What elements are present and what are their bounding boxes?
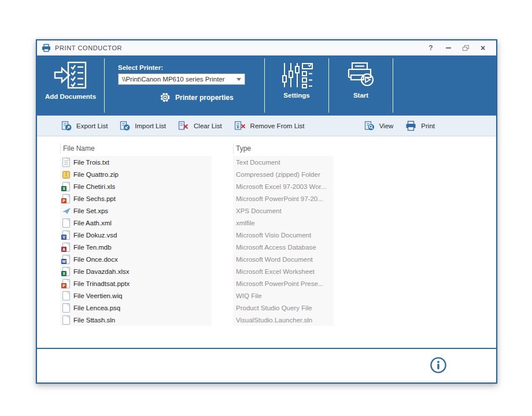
file-row[interactable]: File Set.xps XPS Document <box>60 205 496 217</box>
file-row-name-cell[interactable]: X File Chetiri.xls <box>60 180 212 192</box>
file-type: WIQ File <box>236 292 262 299</box>
settings-button[interactable]: Settings <box>265 55 328 116</box>
column-header-type[interactable]: Type <box>233 143 334 154</box>
document-list: File Name Type File Trois.txt Text Docum… <box>37 136 496 348</box>
file-row[interactable]: File Lencea.psq Product Studio Query Fil… <box>60 302 496 314</box>
file-row[interactable]: V File Dokuz.vsd Microsoft Visio Documen… <box>60 229 496 241</box>
title-bar[interactable]: PRINT CONDUCTOR ? × <box>37 40 496 55</box>
file-icon: P <box>62 279 70 288</box>
file-icon: A <box>62 243 70 252</box>
printer-select[interactable]: \\Print\Canon MP610 series Printer <box>118 73 245 85</box>
file-name: File Trinadtsat.pptx <box>73 280 130 287</box>
remove-from-list-label: Remove From List <box>250 122 305 129</box>
file-row-name-cell[interactable]: File Aath.xml <box>60 217 212 229</box>
file-row[interactable]: X File Davazdah.xlsx Microsoft Excel Wor… <box>60 265 496 277</box>
view-button[interactable]: View <box>364 121 394 131</box>
file-row[interactable]: P File Trinadtsat.pptx Microsoft PowerPo… <box>60 277 496 289</box>
file-row-type-cell[interactable]: Microsoft Access Database <box>233 241 334 253</box>
file-icon: V <box>62 231 70 240</box>
file-name: File Dokuz.vsd <box>73 232 117 239</box>
print-icon <box>405 121 416 131</box>
start-label: Start <box>353 92 368 99</box>
list-header: File Name Type <box>60 141 496 156</box>
file-row-type-cell[interactable]: Microsoft PowerPoint 97-20... <box>233 192 334 205</box>
file-row[interactable]: A File Ten.mdb Microsoft Access Database <box>60 241 496 253</box>
file-name: File Sechs.ppt <box>73 195 116 202</box>
file-row-type-cell[interactable]: xmlfile <box>233 217 334 229</box>
file-icon: W <box>62 255 70 264</box>
export-list-button[interactable]: Export List <box>61 121 108 131</box>
file-row-type-cell[interactable]: Microsoft Word Document <box>233 253 334 265</box>
column-header-file-name[interactable]: File Name <box>60 143 212 154</box>
file-row-name-cell[interactable]: File Quattro.zip <box>60 168 212 180</box>
file-icon <box>62 315 70 325</box>
file-row-name-cell[interactable]: File Trois.txt <box>60 156 212 168</box>
view-icon <box>364 121 375 131</box>
print-button[interactable]: Print <box>405 121 435 131</box>
restore-icon <box>463 45 469 51</box>
file-row-type-cell[interactable]: WIQ File <box>233 289 334 302</box>
file-row[interactable]: File Aath.xml xmlfile <box>60 217 496 229</box>
print-label: Print <box>421 122 435 129</box>
file-row[interactable]: File Veertien.wiq WIQ File <box>60 289 496 302</box>
file-row-type-cell[interactable]: VisualStudio.Launcher.sln <box>233 314 334 326</box>
file-type: XPS Document <box>236 207 282 214</box>
file-row[interactable]: W File Once.docx Microsoft Word Document <box>60 253 496 265</box>
settings-label: Settings <box>283 92 309 99</box>
file-row-name-cell[interactable]: File Set.xps <box>60 205 212 217</box>
file-row-type-cell[interactable]: Text Document <box>233 156 334 168</box>
desktop: PRINT CONDUCTOR ? × <box>0 0 532 416</box>
minimize-button[interactable] <box>439 42 457 54</box>
file-row-name-cell[interactable]: File Lencea.psq <box>60 302 212 314</box>
file-row-type-cell[interactable]: XPS Document <box>233 205 334 217</box>
info-button[interactable] <box>430 356 447 374</box>
file-row[interactable]: File Sttash.sln VisualStudio.Launcher.sl… <box>60 314 496 326</box>
file-row-name-cell[interactable]: File Veertien.wiq <box>60 289 212 302</box>
file-row-type-cell[interactable]: Product Studio Query File <box>233 302 334 314</box>
file-icon-badge: X <box>61 271 66 276</box>
file-row-type-cell[interactable]: Microsoft Visio Document <box>233 229 334 241</box>
import-list-button[interactable]: Import List <box>120 121 166 131</box>
printer-properties-label: Printer properties <box>175 94 234 102</box>
clear-list-button[interactable]: Clear List <box>178 121 222 131</box>
start-button[interactable]: Start <box>329 55 393 116</box>
file-icon-badge: P <box>61 283 66 288</box>
file-name: File Chetiri.xls <box>73 183 115 190</box>
file-icon-badge: V <box>61 235 66 240</box>
file-row-type-cell[interactable]: Microsoft Excel 97-2003 Wor... <box>233 180 334 192</box>
file-row-name-cell[interactable]: X File Davazdah.xlsx <box>60 265 212 277</box>
action-bar: Export List Import List <box>37 116 496 136</box>
file-icon-badge: P <box>61 198 66 203</box>
file-row-name-cell[interactable]: W File Once.docx <box>60 253 212 265</box>
file-row[interactable]: P File Sechs.ppt Microsoft PowerPoint 97… <box>60 192 496 205</box>
add-documents-button[interactable]: Add Documents <box>37 55 104 116</box>
file-row-name-cell[interactable]: P File Sechs.ppt <box>60 192 212 205</box>
printer-section: Select Printer: \\Print\Canon MP610 seri… <box>105 55 264 116</box>
file-type: Compressed (zipped) Folder <box>236 171 320 178</box>
file-row-type-cell[interactable]: Microsoft PowerPoint Prese... <box>233 277 334 289</box>
file-icon <box>62 171 70 179</box>
file-row[interactable]: File Trois.txt Text Document <box>60 156 496 168</box>
main-toolbar: Add Documents Select Printer: \\Print\Ca… <box>37 55 496 116</box>
file-row-type-cell[interactable]: Compressed (zipped) Folder <box>233 168 334 180</box>
file-row-name-cell[interactable]: P File Trinadtsat.pptx <box>60 277 212 289</box>
file-row-name-cell[interactable]: File Sttash.sln <box>60 314 212 326</box>
file-row[interactable]: X File Chetiri.xls Microsoft Excel 97-20… <box>60 180 496 192</box>
file-row[interactable]: File Quattro.zip Compressed (zipped) Fol… <box>60 168 496 180</box>
close-button[interactable]: × <box>474 42 492 54</box>
gear-icon <box>160 92 171 103</box>
file-name: File Once.docx <box>73 256 118 263</box>
file-icon <box>62 303 70 313</box>
file-row-name-cell[interactable]: V File Dokuz.vsd <box>60 229 212 241</box>
minimize-icon <box>446 47 451 49</box>
file-row-name-cell[interactable]: A File Ten.mdb <box>60 241 212 253</box>
help-button[interactable]: ? <box>422 42 439 54</box>
remove-from-list-button[interactable]: Remove From List <box>234 121 305 131</box>
restore-button[interactable] <box>457 42 474 54</box>
printer-properties-button[interactable]: Printer properties <box>160 92 234 103</box>
add-documents-icon <box>53 61 88 90</box>
file-row-type-cell[interactable]: Microsoft Excel Worksheet <box>233 265 334 277</box>
file-type: xmlfile <box>236 220 255 226</box>
file-type: VisualStudio.Launcher.sln <box>236 317 312 324</box>
file-icon <box>62 218 70 228</box>
